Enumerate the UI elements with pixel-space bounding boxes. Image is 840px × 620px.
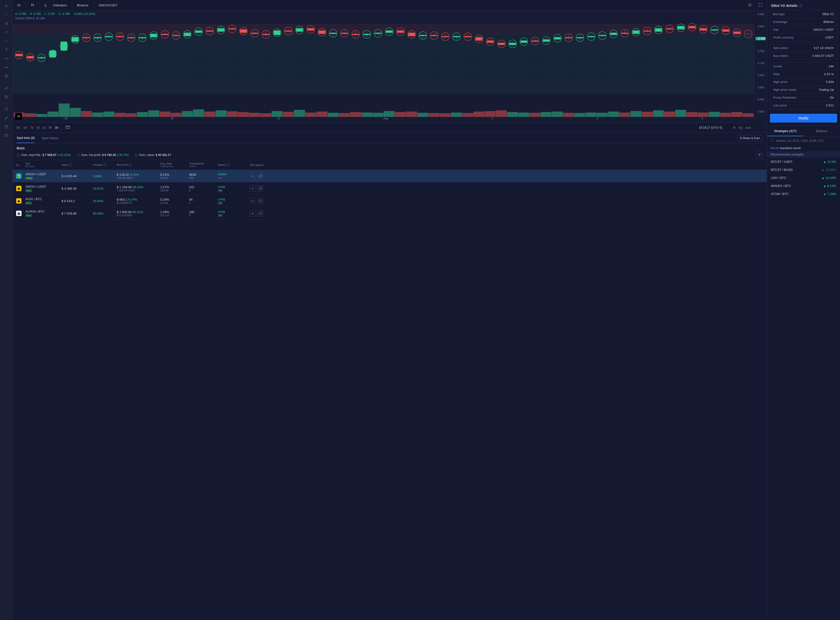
timeframe-3d[interactable]: 3d (36, 126, 39, 129)
stop-button[interactable] (257, 173, 264, 179)
detail-label: Profit currency (773, 36, 793, 39)
brush-tool-icon[interactable] (2, 37, 11, 45)
settings-gear-icon[interactable] (746, 2, 754, 9)
pattern-tool-icon[interactable] (2, 55, 11, 63)
bot-row[interactable]: ▦ ALPHA / BTCDCA $ 7 526.88 60.08% $ 2 6… (13, 207, 767, 220)
fx-indicators-icon[interactable]: fx (43, 2, 48, 9)
help-icon[interactable]: ? (799, 4, 802, 8)
help-icon[interactable]: ? (17, 153, 20, 157)
stop-button[interactable] (257, 210, 264, 217)
help-icon[interactable]: ? (69, 163, 72, 167)
bot-type-badge: DCA (26, 202, 32, 205)
svg-point-9 (749, 4, 751, 6)
edit-tool-icon[interactable] (2, 114, 11, 122)
svg-rect-20 (49, 51, 56, 57)
timeframe-6h[interactable]: 6h (48, 126, 52, 129)
interval-selector[interactable]: 1h (16, 3, 22, 8)
fullscreen-icon[interactable] (757, 2, 764, 9)
share-earn-button[interactable]: $ Share & Earn (738, 135, 763, 141)
text-tool-icon[interactable] (2, 46, 11, 54)
timeframe-1d[interactable]: 1d (42, 126, 46, 129)
details-group: Sell orders517.19 1INCHBuy orders3 490.5… (770, 44, 837, 60)
svg-rect-35 (105, 36, 112, 38)
prediction-tool-icon[interactable] (2, 63, 11, 71)
help-icon[interactable]: ? (103, 163, 107, 167)
timeframe-7d[interactable]: 7d (30, 126, 33, 129)
lock-tool-icon[interactable] (2, 122, 11, 130)
x-tick: 30 (171, 117, 174, 122)
y-tick: 0.789 (756, 37, 766, 40)
row-status: ActiveTU (218, 172, 240, 180)
detail-value: 517.19 1INCH (814, 46, 834, 50)
exchange-label[interactable]: Binance (75, 3, 90, 8)
strategy-row[interactable]: BTCST / USDT▲ 13.5% (767, 158, 840, 166)
chart-area[interactable]: O0.789 H0.792 L0.787 C0.789 +0.001 (+0.1… (13, 11, 767, 133)
detail-label: Sell orders (773, 46, 788, 50)
percent-axis-button[interactable]: % (733, 126, 736, 129)
detail-value: On (830, 96, 834, 99)
chart-button[interactable] (250, 173, 256, 179)
strategy-row[interactable]: LDO / BTC▲ 12.03% (767, 174, 840, 182)
tab-balance[interactable]: Balance (804, 126, 840, 136)
trendline-tool-icon[interactable] (2, 11, 11, 18)
strategy-pct: ▲ 12.03% (821, 176, 836, 180)
filter-button[interactable] (756, 152, 763, 158)
auto-axis-button[interactable]: auto (745, 126, 751, 129)
row-avg: 0.21%15d 6h (160, 173, 187, 179)
strategy-row[interactable]: ATOM / BTC▲ 7.28% (767, 190, 840, 198)
help-icon[interactable]: ? (226, 163, 230, 167)
strategy-search-input[interactable] (776, 139, 837, 143)
horizontal-lines-tool-icon[interactable] (2, 20, 11, 27)
chart-y-axis[interactable]: 0.8500.8000.7890.7500.7000.6500.6000.550… (754, 11, 767, 132)
timeframe-toolbar: 3m1m7d3d1d6h1h 18:16:27 (UTC+3) % log au… (13, 122, 754, 132)
log-axis-button[interactable]: log (739, 126, 742, 129)
help-icon[interactable]: ? (77, 153, 80, 157)
crosshair-tool-icon[interactable] (2, 2, 11, 10)
chart-button[interactable] (250, 185, 256, 192)
drawing-tools-sidebar (0, 0, 13, 620)
tab-spot-bots[interactable]: Spot bots (9) (17, 133, 35, 143)
ruler-tool-icon[interactable] (2, 84, 11, 92)
strategy-row[interactable]: WAVES / BTC▲ 8.13% (767, 182, 840, 190)
tab-strategies[interactable]: Strategies (427) (767, 126, 804, 136)
candle-style-icon[interactable] (29, 2, 36, 9)
y-tick: 0.850 (756, 13, 766, 16)
stop-button[interactable] (257, 185, 264, 192)
bot-row[interactable]: ◆ AGIX / BTCDCA $ 8 519.2 20.93% $ 660.1… (13, 195, 767, 207)
svg-rect-116 (408, 33, 415, 36)
bots-heading: Bots (17, 146, 763, 150)
timeframe-1h[interactable]: 1h (55, 126, 58, 129)
svg-rect-14 (27, 56, 34, 58)
detail-label: Pair (773, 28, 779, 32)
bot-row[interactable]: ◆ 1INCH / USDTDCA $ 4 366.36 33.51% $ 1 … (13, 182, 767, 195)
timeframe-1m[interactable]: 1m (23, 126, 27, 129)
chart-button[interactable] (250, 210, 256, 217)
modify-button[interactable]: Modify (770, 114, 837, 122)
pitchfork-tool-icon[interactable] (2, 28, 11, 36)
magnet-tool-icon[interactable] (2, 105, 11, 113)
stop-button[interactable] (257, 198, 264, 204)
tab-spot-history[interactable]: Spot history (42, 133, 58, 143)
svg-rect-194 (700, 28, 707, 30)
help-icon[interactable]: ? (134, 153, 138, 157)
pair-label[interactable]: 1INCH/USDT (97, 3, 119, 8)
svg-rect-134 (476, 37, 483, 41)
detail-label: High price mode (773, 88, 796, 92)
exchange-icon: 🍃 (16, 173, 21, 179)
timeframe-3m[interactable]: 3m (16, 126, 20, 129)
zoom-tool-icon[interactable] (2, 93, 11, 101)
indicators-button[interactable]: Indicators (52, 3, 68, 8)
strategy-row[interactable]: BTCST / BUSD▲ 13.08% (767, 166, 840, 174)
emoji-tool-icon[interactable] (2, 72, 11, 80)
eye-tool-icon[interactable] (2, 131, 11, 139)
chart-button[interactable] (250, 198, 256, 204)
svg-point-8 (6, 135, 7, 136)
svg-rect-164 (588, 36, 595, 38)
svg-rect-26 (72, 37, 78, 42)
svg-rect-83 (285, 30, 292, 32)
bot-row[interactable]: 🍃 1INCH / USDTGRID $ 4 025.44 3.04% $ 12… (13, 170, 767, 182)
svg-rect-50 (161, 34, 168, 35)
y-tick: 0.600 (756, 86, 766, 89)
help-icon[interactable]: ? (128, 163, 132, 167)
goto-date-icon[interactable] (64, 125, 71, 131)
